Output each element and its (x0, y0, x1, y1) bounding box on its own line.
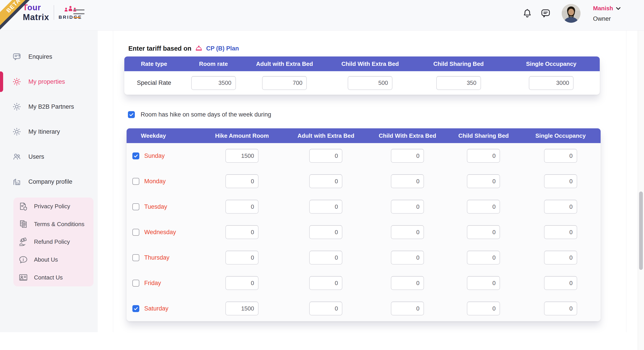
adult-extra-bed-input[interactable] (309, 276, 342, 290)
main-content: Enter tariff based on CP (B) Plan Rate t… (113, 30, 626, 332)
hike-amount-input[interactable] (226, 251, 258, 265)
tariff-heading-row: Enter tariff based on CP (B) Plan (128, 43, 239, 53)
column-header: Single Occupancy (520, 132, 600, 139)
rate-table-header: Rate type Room rate Adult with Extra Bed… (124, 56, 600, 71)
hike-amount-input[interactable] (226, 200, 258, 214)
weekday-checkbox[interactable] (132, 229, 139, 236)
hike-checkbox[interactable] (128, 111, 135, 118)
sidebar-item-refund-policy[interactable]: Refund Policy (14, 233, 94, 251)
hike-amount-input[interactable] (226, 225, 258, 239)
child-extra-bed-input[interactable] (391, 225, 424, 239)
child-sharing-bed-input[interactable] (436, 76, 481, 90)
single-occupancy-input[interactable] (544, 200, 577, 214)
policy-item-label: About Us (34, 256, 58, 263)
room-rate-input[interactable] (191, 76, 236, 90)
single-occupancy-input[interactable] (529, 76, 574, 90)
logo-wordmark: Tour Matrix (23, 3, 49, 21)
adult-extra-bed-input[interactable] (262, 76, 307, 90)
hike-amount-input[interactable] (226, 149, 258, 163)
hamburger-menu-icon[interactable] (73, 9, 84, 18)
hike-amount-input[interactable] (226, 276, 258, 290)
single-occupancy-input[interactable] (544, 302, 577, 315)
user-role: Owner (593, 15, 621, 22)
child-extra-bed-input[interactable] (391, 302, 424, 315)
notification-bell-icon[interactable] (522, 8, 533, 19)
single-occupancy-input[interactable] (544, 225, 577, 239)
sidebar-item-users[interactable]: Users (12, 151, 44, 162)
sidebar-item-terms-conditions[interactable]: Terms & Conditions (14, 215, 94, 233)
sidebar-item-label: Enquires (28, 53, 52, 60)
weekday-label: Monday (144, 178, 166, 185)
sidebar-item-my-b2b-partners[interactable]: My B2B Partners (12, 101, 74, 112)
single-occupancy-input[interactable] (544, 149, 577, 163)
child-extra-bed-input[interactable] (391, 200, 424, 214)
adult-extra-bed-input[interactable] (309, 302, 342, 315)
child-sharing-bed-input[interactable] (467, 149, 500, 163)
user-avatar[interactable] (562, 4, 580, 23)
chat-question-icon (12, 52, 21, 61)
hike-amount-input[interactable] (226, 302, 258, 315)
topbar: BETA Tour Matrix BRIDGE (0, 0, 644, 30)
sidebar-item-about-us[interactable]: About Us (14, 251, 94, 269)
user-block[interactable]: Manish Owner (593, 5, 621, 22)
sidebar-item-company-profile[interactable]: Company profile (12, 176, 72, 187)
child-sharing-bed-input[interactable] (467, 200, 500, 214)
sidebar-item-my-itinerary[interactable]: My Itinerary (12, 126, 60, 137)
logo-divider (54, 5, 54, 20)
sidebar-item-privacy-policy[interactable]: Privacy Policy (14, 197, 94, 215)
column-header: Child Sharing Bed (414, 60, 503, 67)
hand-money-icon (18, 237, 28, 247)
weekday-row-tuesday: Tuesday (126, 194, 600, 219)
gear-icon (12, 102, 21, 111)
page-scrollbar-track[interactable] (638, 30, 644, 350)
adult-extra-bed-input[interactable] (309, 251, 342, 265)
weekday-checkbox[interactable] (132, 178, 139, 185)
weekday-checkbox[interactable] (132, 280, 139, 287)
column-header: Room rate (184, 60, 243, 67)
single-occupancy-input[interactable] (544, 174, 577, 188)
avatar-photo (562, 4, 580, 23)
column-header: Weekday (126, 132, 200, 139)
logo-line1: Tour (23, 3, 49, 11)
weekday-checkbox[interactable] (132, 203, 139, 210)
rate-type-label: Special Rate (124, 79, 184, 86)
sidebar-item-my-properties[interactable]: My properties (12, 76, 65, 87)
app-screen: BETA Tour Matrix BRIDGE (0, 0, 644, 350)
adult-extra-bed-input[interactable] (309, 149, 342, 163)
weekday-row-thursday: Thursday (126, 245, 600, 270)
weekday-checkbox[interactable] (132, 305, 139, 312)
sidebar-item-label: My Itinerary (28, 128, 60, 135)
sidebar: Enquires My properties My B2B Partners M… (0, 30, 98, 332)
adult-extra-bed-input[interactable] (309, 225, 342, 239)
child-extra-bed-input[interactable] (391, 149, 424, 163)
sidebar-item-contact-us[interactable]: Contact Us (14, 269, 94, 286)
child-sharing-bed-input[interactable] (467, 174, 500, 188)
adult-extra-bed-input[interactable] (309, 174, 342, 188)
single-occupancy-input[interactable] (544, 276, 577, 290)
rate-table-card: Rate type Room rate Adult with Extra Bed… (124, 56, 600, 95)
rate-table-row: Special Rate (124, 71, 600, 95)
chevron-down-icon[interactable] (616, 7, 621, 10)
weekday-label: Thursday (144, 254, 170, 261)
gear-icon (12, 77, 21, 86)
column-header: Hike Amount Room (200, 132, 284, 139)
child-extra-bed-input[interactable] (391, 251, 424, 265)
sidebar-item-enquires[interactable]: Enquires (12, 51, 52, 62)
hike-amount-input[interactable] (226, 174, 258, 188)
weekday-checkbox[interactable] (132, 254, 139, 261)
child-sharing-bed-input[interactable] (467, 225, 500, 239)
gear-icon (12, 127, 21, 136)
child-extra-bed-input[interactable] (348, 76, 392, 90)
page-scrollbar-thumb[interactable] (639, 191, 643, 270)
child-sharing-bed-input[interactable] (467, 251, 500, 265)
messages-icon[interactable] (540, 8, 551, 19)
plan-link[interactable]: CP (B) Plan (206, 45, 239, 52)
weekday-label: Friday (144, 280, 161, 287)
child-sharing-bed-input[interactable] (467, 276, 500, 290)
child-sharing-bed-input[interactable] (467, 302, 500, 315)
child-extra-bed-input[interactable] (391, 174, 424, 188)
single-occupancy-input[interactable] (544, 251, 577, 265)
adult-extra-bed-input[interactable] (309, 200, 342, 214)
weekday-checkbox[interactable] (132, 153, 139, 159)
child-extra-bed-input[interactable] (391, 276, 424, 290)
